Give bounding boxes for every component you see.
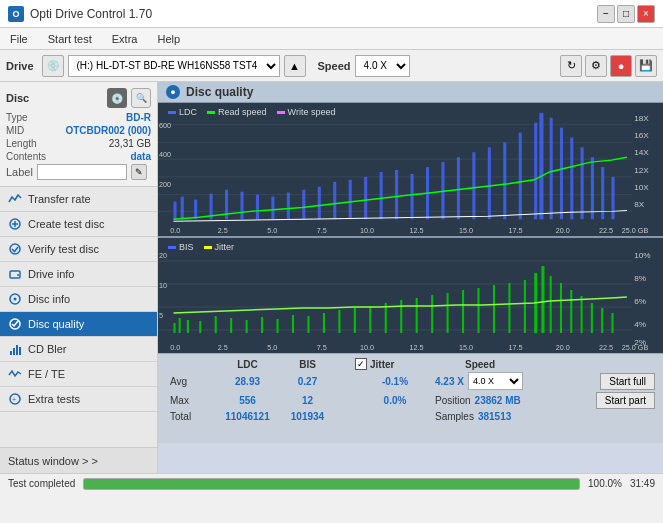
svg-point-7	[14, 298, 17, 301]
svg-rect-84	[246, 320, 248, 333]
svg-text:17.5: 17.5	[508, 344, 522, 352]
max-bis: 12	[280, 395, 335, 406]
disc-image-icon: 💿	[107, 88, 127, 108]
svg-rect-47	[550, 118, 553, 219]
svg-rect-26	[240, 192, 243, 220]
create-test-icon	[8, 217, 22, 231]
time-display: 31:49	[630, 478, 655, 489]
svg-text:6%: 6%	[634, 297, 646, 306]
speed-select[interactable]: 4.0 X	[355, 55, 410, 77]
svg-text:25.0 GB: 25.0 GB	[622, 344, 649, 352]
menu-extra[interactable]: Extra	[108, 32, 142, 46]
svg-rect-45	[534, 123, 537, 220]
settings-btn[interactable]: ⚙	[585, 55, 607, 77]
svg-text:16X: 16X	[634, 132, 649, 141]
label-input[interactable]	[37, 164, 127, 180]
top-chart-legend: LDC Read speed Write speed	[168, 107, 335, 117]
svg-rect-106	[560, 283, 562, 333]
bis-chart-svg: 10% 8% 6% 4% 2% 20 10 5 0.0 2.5 5.0 7.5 …	[158, 238, 663, 353]
svg-rect-31	[318, 187, 321, 220]
svg-rect-81	[199, 321, 201, 333]
svg-rect-32	[333, 182, 336, 219]
speed-label: Speed	[318, 60, 351, 72]
length-value: 23,31 GB	[109, 138, 151, 149]
speed-header: Speed	[435, 359, 495, 370]
svg-rect-11	[16, 345, 18, 355]
svg-text:17.5: 17.5	[508, 227, 522, 234]
disc-detail-btn[interactable]: 🔍	[131, 88, 151, 108]
svg-text:10%: 10%	[634, 251, 650, 260]
svg-rect-91	[354, 308, 356, 333]
svg-rect-88	[307, 316, 309, 333]
close-button[interactable]: ×	[637, 5, 655, 23]
svg-rect-89	[323, 313, 325, 333]
svg-rect-41	[472, 152, 475, 219]
progress-fill	[84, 479, 579, 489]
drive-select[interactable]: (H:) HL-DT-ST BD-RE WH16NS58 TST4	[68, 55, 280, 77]
sidebar-item-cd-bler[interactable]: CD Bler	[0, 337, 157, 362]
max-jitter: 0.0%	[355, 395, 435, 406]
maximize-button[interactable]: □	[617, 5, 635, 23]
total-label: Total	[170, 411, 215, 422]
svg-text:200: 200	[159, 181, 171, 188]
sidebar-item-fe-te[interactable]: FE / TE	[0, 362, 157, 387]
svg-text:7.5: 7.5	[317, 227, 327, 234]
bis-chart: BIS Jitter	[158, 238, 663, 353]
status-window-btn[interactable]: Status window > >	[0, 447, 157, 473]
read-speed-legend: Read speed	[218, 107, 267, 117]
length-label: Length	[6, 138, 37, 149]
menu-file[interactable]: File	[6, 32, 32, 46]
type-label: Type	[6, 112, 28, 123]
svg-rect-92	[369, 306, 371, 333]
drive-label: Drive	[6, 60, 34, 72]
main-layout: Disc 💿 🔍 Type BD-R MID OTCBDR002 (000) L…	[0, 82, 663, 473]
svg-rect-80	[187, 320, 189, 333]
menu-starttest[interactable]: Start test	[44, 32, 96, 46]
sidebar-item-disc-info[interactable]: Disc info	[0, 287, 157, 312]
svg-rect-40	[457, 157, 460, 219]
sidebar-item-drive-info[interactable]: Drive info	[0, 262, 157, 287]
sidebar-item-disc-quality[interactable]: Disc quality	[0, 312, 157, 337]
jitter-checkbox[interactable]: ✓	[355, 358, 367, 370]
disc-info-icon	[8, 292, 22, 306]
sidebar-item-transfer-rate[interactable]: Transfer rate	[0, 187, 157, 212]
svg-text:+: +	[12, 396, 16, 403]
svg-rect-34	[364, 177, 367, 219]
svg-rect-35	[380, 172, 383, 219]
svg-rect-10	[13, 348, 15, 355]
start-part-btn[interactable]: Start part	[596, 392, 655, 409]
svg-text:5.0: 5.0	[267, 344, 277, 352]
eject-btn[interactable]: ▲	[284, 55, 306, 77]
jitter-header: Jitter	[370, 359, 394, 370]
svg-rect-86	[277, 319, 279, 333]
start-full-btn[interactable]: Start full	[600, 373, 655, 390]
speed-select-stats[interactable]: 4.0 X	[468, 372, 523, 390]
svg-rect-90	[338, 310, 340, 333]
info-btn[interactable]: ●	[610, 55, 632, 77]
disc-section-title: Disc	[6, 92, 29, 104]
label-label: Label	[6, 166, 33, 178]
label-edit-btn[interactable]: ✎	[131, 164, 147, 180]
transfer-rate-icon	[8, 192, 22, 206]
sidebar-item-verify-test-disc[interactable]: Verify test disc	[0, 237, 157, 262]
save-btn[interactable]: 💾	[635, 55, 657, 77]
refresh-btn[interactable]: ↻	[560, 55, 582, 77]
svg-rect-109	[591, 303, 593, 333]
sidebar-item-extra-tests[interactable]: + Extra tests	[0, 387, 157, 412]
status-label: Test completed	[8, 478, 75, 489]
svg-text:8%: 8%	[634, 274, 646, 283]
sidebar-item-create-test-disc[interactable]: Create test disc	[0, 212, 157, 237]
minimize-button[interactable]: −	[597, 5, 615, 23]
svg-text:5: 5	[159, 312, 163, 320]
drive-icon-btn[interactable]: 💿	[42, 55, 64, 77]
max-ldc: 556	[215, 395, 280, 406]
svg-rect-50	[581, 147, 584, 219]
svg-point-3	[10, 244, 20, 254]
mid-value: OTCBDR002 (000)	[65, 125, 151, 136]
menu-help[interactable]: Help	[153, 32, 184, 46]
extra-tests-icon: +	[8, 392, 22, 406]
svg-rect-108	[581, 296, 583, 333]
disc-panel: Disc 💿 🔍 Type BD-R MID OTCBDR002 (000) L…	[0, 82, 157, 187]
svg-rect-33	[349, 180, 352, 219]
title-bar: O Opti Drive Control 1.70 − □ ×	[0, 0, 663, 28]
